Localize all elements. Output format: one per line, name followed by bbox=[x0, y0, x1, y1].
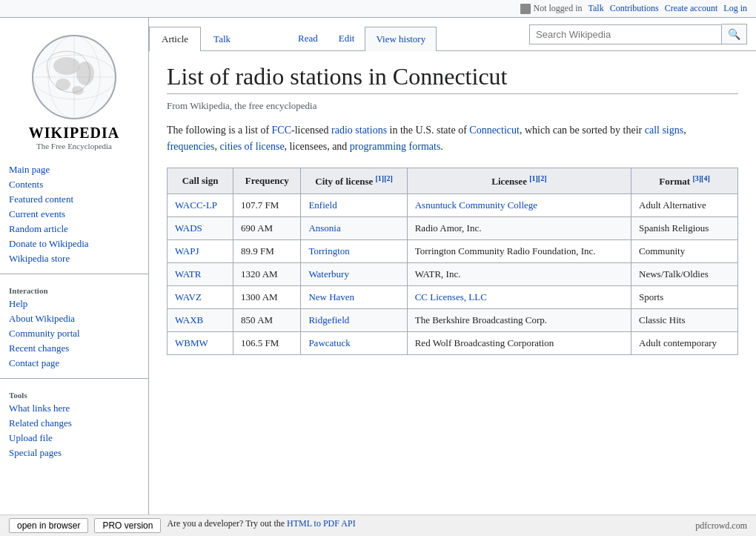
contributions-link[interactable]: Contributions bbox=[610, 3, 659, 14]
city-link[interactable]: Waterbury bbox=[308, 268, 349, 279]
sidebar-item-help[interactable]: Help bbox=[0, 297, 148, 311]
call-sign-link[interactable]: WATR bbox=[175, 268, 201, 279]
sidebar-item-about[interactable]: About Wikipedia bbox=[0, 311, 148, 326]
cell-frequency: 106.5 FM bbox=[233, 332, 301, 355]
sidebar-item-what-links-here[interactable]: What links here bbox=[0, 401, 148, 416]
top-bar: Not logged in Talk Contributions Create … bbox=[0, 0, 756, 18]
article-area: List of radio stations in Connecticut Fr… bbox=[149, 51, 756, 367]
table-row: WAXB850 AMRidgefieldThe Berkshire Broadc… bbox=[168, 309, 738, 332]
sidebar-divider-1 bbox=[0, 274, 148, 274]
format-note: [3][4] bbox=[692, 174, 709, 182]
call-sign-link[interactable]: WAVZ bbox=[175, 291, 202, 302]
logo-circle bbox=[30, 33, 119, 122]
log-in-link[interactable]: Log in bbox=[723, 3, 747, 14]
cities-link[interactable]: cities of license bbox=[220, 141, 285, 152]
search-input[interactable] bbox=[529, 24, 722, 44]
table-row: WAPJ89.9 FMTorringtonTorrington Communit… bbox=[168, 240, 738, 263]
tools-section: Tools What links here Related changes Up… bbox=[0, 382, 148, 465]
cell-format: Community bbox=[631, 240, 738, 263]
cell-call-sign: WBMW bbox=[168, 332, 233, 355]
article-intro: The following is a list of FCC-licensed … bbox=[167, 122, 738, 156]
cell-frequency: 1300 AM bbox=[233, 286, 301, 309]
cell-city: Enfield bbox=[301, 194, 407, 217]
sidebar-item-store[interactable]: Wikipedia store bbox=[0, 251, 148, 266]
cell-city: Ridgefield bbox=[301, 309, 407, 332]
cell-call-sign: WACC-LP bbox=[168, 194, 233, 217]
sidebar-item-main-page[interactable]: Main page bbox=[0, 162, 148, 177]
connecticut-link[interactable]: Connecticut bbox=[469, 125, 520, 136]
table-row: WACC-LP107.7 FMEnfieldAsnuntuck Communit… bbox=[168, 194, 738, 217]
radio-stations-link[interactable]: radio stations bbox=[331, 125, 387, 136]
pro-version-button[interactable]: PRO version bbox=[94, 518, 161, 522]
html-pdf-link[interactable]: HTML to PDF API bbox=[287, 518, 356, 522]
programming-formats-link[interactable]: programming formats bbox=[350, 141, 440, 152]
cell-city: Pawcatuck bbox=[301, 332, 407, 355]
tab-edit[interactable]: Edit bbox=[328, 27, 365, 50]
tab-article[interactable]: Article bbox=[149, 27, 201, 51]
wikipedia-subtitle: The Free Encyclopedia bbox=[7, 142, 141, 150]
col-header-licensee: Licensee [1][2] bbox=[407, 168, 631, 193]
cell-call-sign: WAPJ bbox=[168, 240, 233, 263]
col-header-format: Format [3][4] bbox=[631, 168, 738, 193]
table-row: WADS690 AMAnsoniaRadio Amor, Inc.Spanish… bbox=[168, 217, 738, 240]
call-sign-link[interactable]: WAXB bbox=[175, 314, 203, 325]
main-content: Article Talk Read Edit View history 🔍 Li… bbox=[148, 18, 756, 522]
tab-view-history[interactable]: View history bbox=[365, 27, 437, 51]
header-section: Article Talk Read Edit View history 🔍 bbox=[149, 18, 756, 51]
create-account-link[interactable]: Create account bbox=[665, 3, 718, 14]
open-in-browser-button[interactable]: open in browser bbox=[9, 518, 88, 522]
col-header-call-sign: Call sign bbox=[168, 168, 233, 193]
call-sign-link[interactable]: WBMW bbox=[175, 337, 208, 348]
city-link[interactable]: Enfield bbox=[308, 199, 336, 211]
city-link[interactable]: Torrington bbox=[308, 245, 349, 257]
sidebar-item-featured-content[interactable]: Featured content bbox=[0, 192, 148, 207]
city-link[interactable]: Ridgefield bbox=[308, 314, 349, 325]
wikipedia-globe bbox=[30, 33, 119, 122]
cell-city: Ansonia bbox=[301, 217, 407, 240]
interaction-heading: Interaction bbox=[0, 282, 148, 297]
main-nav-links: Main page Contents Featured content Curr… bbox=[0, 162, 148, 266]
city-link[interactable]: New Haven bbox=[308, 291, 354, 302]
cell-city: Torrington bbox=[301, 240, 407, 263]
call-sign-link[interactable]: WACC-LP bbox=[175, 199, 217, 211]
sidebar-item-donate[interactable]: Donate to Wikipedia bbox=[0, 236, 148, 251]
cell-frequency: 690 AM bbox=[233, 217, 301, 240]
call-sign-link[interactable]: WAPJ bbox=[175, 245, 199, 257]
table-row: WBMW106.5 FMPawcatuckRed Wolf Broadcasti… bbox=[168, 332, 738, 355]
sidebar-item-random-article[interactable]: Random article bbox=[0, 222, 148, 236]
call-sign-link[interactable]: WADS bbox=[175, 222, 202, 234]
sidebar-item-upload-file[interactable]: Upload file bbox=[0, 431, 148, 446]
table-row: WAVZ1300 AMNew HavenCC Licenses, LLCSpor… bbox=[168, 286, 738, 309]
sidebar-item-contact[interactable]: Contact page bbox=[0, 356, 148, 371]
interaction-section: Interaction Help About Wikipedia Communi… bbox=[0, 277, 148, 375]
cell-licensee: WATR, Inc. bbox=[407, 263, 631, 286]
svg-point-1 bbox=[53, 57, 80, 75]
cell-format: Adult contemporary bbox=[631, 332, 738, 355]
tab-talk[interactable]: Talk bbox=[201, 27, 243, 51]
tab-read[interactable]: Read bbox=[288, 27, 328, 50]
sidebar-item-community-portal[interactable]: Community portal bbox=[0, 326, 148, 341]
cell-city: Waterbury bbox=[301, 263, 407, 286]
sidebar-item-current-events[interactable]: Current events bbox=[0, 207, 148, 222]
sidebar-item-special-pages[interactable]: Special pages bbox=[0, 446, 148, 460]
tools-heading: Tools bbox=[0, 386, 148, 401]
cell-city: New Haven bbox=[301, 286, 407, 309]
svg-point-3 bbox=[56, 79, 70, 90]
city-note: [1][2] bbox=[375, 174, 392, 182]
frequencies-link[interactable]: frequencies bbox=[167, 141, 215, 152]
city-link[interactable]: Ansonia bbox=[308, 222, 340, 234]
city-link[interactable]: Pawcatuck bbox=[308, 337, 350, 348]
fcc-link[interactable]: FCC bbox=[272, 125, 291, 136]
cell-licensee: The Berkshire Broadcasting Corp. bbox=[407, 309, 631, 332]
sidebar-item-related-changes[interactable]: Related changes bbox=[0, 416, 148, 431]
sidebar-item-recent-changes[interactable]: Recent changes bbox=[0, 341, 148, 356]
talk-link[interactable]: Talk bbox=[588, 3, 604, 14]
col-header-city: City of license [1][2] bbox=[301, 168, 407, 193]
sidebar-item-contents[interactable]: Contents bbox=[0, 177, 148, 192]
search-button[interactable]: 🔍 bbox=[722, 24, 747, 44]
cell-licensee: Asnuntuck Community College bbox=[407, 194, 631, 217]
tabs-area: Article Talk Read Edit View history bbox=[149, 18, 437, 50]
call-signs-link[interactable]: call signs bbox=[645, 125, 684, 136]
licensee-link[interactable]: CC Licenses, LLC bbox=[415, 291, 487, 302]
licensee-link[interactable]: Asnuntuck Community College bbox=[415, 199, 537, 211]
